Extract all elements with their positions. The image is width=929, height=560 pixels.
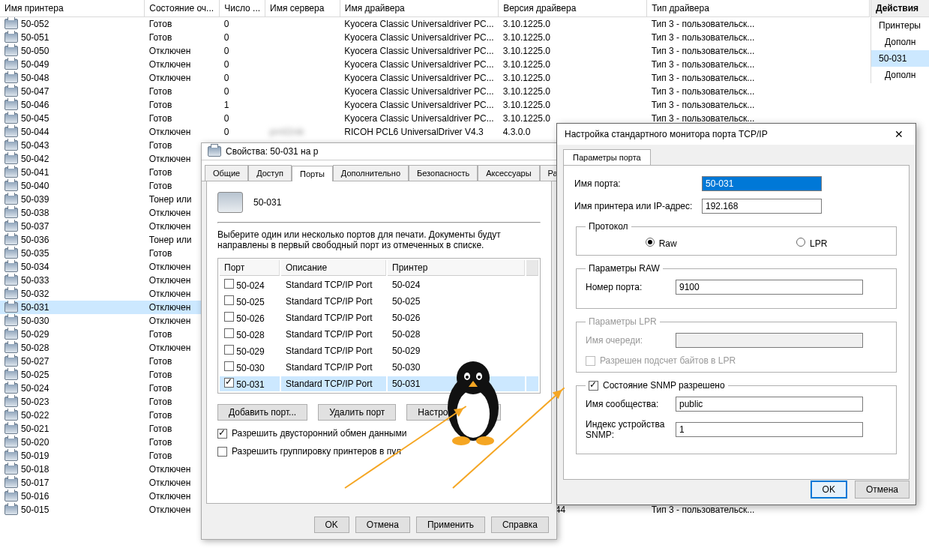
snmp-enabled-checkbox[interactable] — [589, 381, 598, 391]
printer-icon — [4, 73, 18, 83]
printer-icon — [4, 289, 18, 299]
port-row[interactable]: 50-028Standard TCP/IP Port50-028 — [220, 327, 538, 342]
svg-point-6 — [478, 376, 481, 379]
table-row[interactable]: 50-051Готов0Kyocera Classic Universaldri… — [0, 31, 870, 44]
close-icon[interactable]: ✕ — [890, 128, 908, 140]
delete-port-button[interactable]: Удалить порт — [318, 404, 396, 421]
tab-accessories[interactable]: Аксессуары — [478, 165, 539, 181]
svg-point-5 — [466, 376, 469, 379]
tcpip-tab-portparams[interactable]: Параметры порта — [563, 149, 651, 165]
port-checkbox[interactable] — [224, 328, 234, 338]
port-row[interactable]: 50-026Standard TCP/IP Port50-026 — [220, 310, 538, 325]
actions-item-more1[interactable]: Дополн — [871, 34, 929, 50]
printer-icon — [4, 59, 18, 70]
ports-instruction2: направлены в первый свободный порт из от… — [217, 240, 541, 250]
bidirectional-checkbox[interactable] — [217, 429, 227, 439]
printer-icon — [4, 181, 18, 191]
printer-icon — [4, 329, 18, 340]
tcpip-title: Настройка стандартного монитора порта TC… — [565, 129, 768, 139]
printer-icon — [4, 397, 18, 407]
port-row[interactable]: 50-025Standard TCP/IP Port50-025 — [220, 294, 538, 309]
tcpip-ok-button[interactable]: OK — [811, 481, 847, 499]
tab-advanced[interactable]: Дополнительно — [333, 165, 409, 181]
printer-icon — [4, 302, 18, 313]
pooling-checkbox[interactable] — [217, 447, 227, 457]
tcpip-cancel-button[interactable]: Отмена — [855, 481, 910, 499]
add-port-button[interactable]: Добавить порт... — [217, 404, 307, 421]
bidirectional-label: Разрешить двусторонний обмен данными — [232, 428, 406, 439]
snmp-legend[interactable]: Состояние SNMP разрешено — [586, 380, 728, 391]
printer-icon — [4, 248, 18, 259]
table-row[interactable]: 50-047Готов0Kyocera Classic Universaldri… — [0, 85, 870, 98]
port-col-desc[interactable]: Описание — [281, 260, 386, 276]
actions-item-selected-printer[interactable]: 50-031 — [871, 50, 929, 67]
tab-sharing[interactable]: Доступ — [248, 165, 292, 181]
radio-icon — [796, 238, 805, 247]
port-number-input[interactable] — [676, 280, 863, 295]
port-row[interactable]: 50-024Standard TCP/IP Port50-024 — [220, 277, 538, 292]
printer-icon — [4, 275, 18, 286]
printer-icon — [4, 316, 18, 326]
port-checkbox[interactable] — [224, 312, 234, 322]
col-header-server[interactable]: Имя сервера — [265, 0, 340, 17]
col-header-type[interactable]: Тип драйвера — [647, 0, 870, 17]
table-row[interactable]: 50-050Отключен0Kyocera Classic Universal… — [0, 44, 870, 58]
tab-ports[interactable]: Порты — [292, 166, 333, 181]
port-checkbox[interactable] — [224, 295, 234, 305]
col-header-count[interactable]: Число ... — [220, 0, 265, 17]
snmp-index-input[interactable] — [676, 422, 863, 437]
host-input[interactable] — [702, 199, 822, 214]
printer-icon — [4, 383, 18, 394]
queue-input — [676, 333, 863, 348]
col-header-name[interactable]: Имя принтера — [0, 0, 145, 17]
port-checkbox[interactable] — [224, 279, 234, 289]
table-row[interactable]: 50-049Отключен0Kyocera Classic Universal… — [0, 58, 870, 71]
port-number-label: Номер порта: — [586, 282, 676, 292]
printer-icon — [4, 127, 18, 137]
community-label: Имя сообщества: — [586, 399, 676, 409]
port-checkbox[interactable] — [224, 345, 234, 355]
port-col-printer[interactable]: Принтер — [388, 260, 525, 276]
table-row[interactable]: 50-052Готов0Kyocera Classic Universaldri… — [0, 17, 870, 31]
table-row[interactable]: 50-048Отключен0Kyocera Classic Universal… — [0, 71, 870, 85]
lpr-bytes-label: Разрешен подсчет байтов в LPR — [600, 355, 736, 366]
printer-icon — [4, 100, 18, 110]
actions-item-printers[interactable]: Принтеры — [871, 17, 929, 34]
dialog-title: Свойства: 50-031 на p — [226, 146, 318, 157]
community-input[interactable] — [676, 397, 863, 412]
tab-general[interactable]: Общие — [205, 165, 248, 181]
raw-radio-option[interactable]: Raw — [646, 238, 677, 249]
ports-instruction1: Выберите один или несколько портов для п… — [217, 229, 541, 240]
printer-icon — [4, 478, 18, 488]
ports-scrollbar[interactable] — [526, 260, 538, 276]
printer-icon — [4, 140, 18, 151]
printer-icon — [4, 356, 18, 367]
svg-point-9 — [476, 436, 494, 445]
actions-item-more2[interactable]: Дополн — [871, 67, 929, 83]
port-checkbox[interactable] — [224, 361, 234, 371]
actions-header: Действия — [871, 0, 929, 17]
selected-printer-name: 50-031 — [253, 197, 281, 208]
lpr-radio-option[interactable]: LPR — [796, 238, 827, 249]
port-col-port[interactable]: Порт — [220, 260, 280, 276]
printer-icon — [4, 370, 18, 380]
props-apply-button[interactable]: Применить — [416, 517, 485, 533]
col-header-driver[interactable]: Имя драйвера — [340, 0, 498, 17]
col-header-version[interactable]: Версия драйвера — [499, 0, 647, 17]
raw-params-legend: Параметры RAW — [586, 263, 663, 274]
printer-icon — [4, 194, 18, 205]
tab-security[interactable]: Безопасность — [409, 165, 478, 181]
props-cancel-button[interactable]: Отмена — [355, 517, 410, 533]
printer-icon — [4, 208, 18, 218]
printer-large-icon — [217, 192, 243, 213]
table-row[interactable]: 50-046Готов1Kyocera Classic Universaldri… — [0, 98, 870, 112]
port-checkbox[interactable] — [224, 378, 234, 388]
printer-properties-dialog: Свойства: 50-031 на p Общие Доступ Порты… — [201, 142, 557, 540]
port-name-input[interactable] — [702, 176, 822, 191]
printer-icon — [4, 464, 18, 475]
printer-icon — [4, 221, 18, 232]
props-help-button[interactable]: Справка — [491, 517, 549, 533]
col-header-status[interactable]: Состояние оч... — [145, 0, 220, 17]
props-ok-button[interactable]: OK — [314, 517, 349, 533]
printer-icon — [4, 235, 18, 245]
